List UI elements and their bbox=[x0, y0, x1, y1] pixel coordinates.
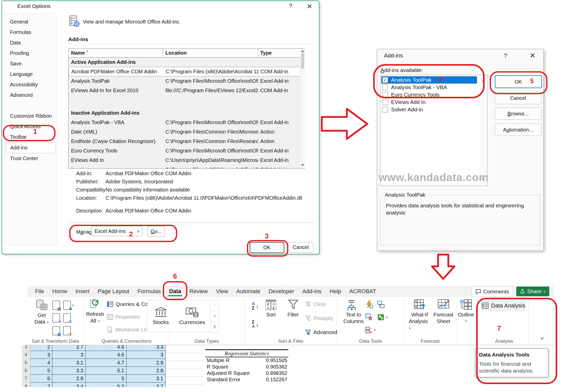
remove-duplicates-icon[interactable] bbox=[365, 313, 373, 321]
list-scrollbar[interactable] bbox=[480, 77, 486, 184]
row-number[interactable]: 5 bbox=[22, 359, 31, 367]
browse-button[interactable]: Browse... bbox=[495, 108, 541, 120]
cell[interactable]: 2 bbox=[31, 345, 52, 351]
cell[interactable]: 4 bbox=[31, 359, 52, 367]
flash-fill-icon[interactable] bbox=[365, 301, 373, 308]
ok-button[interactable]: OK bbox=[495, 75, 542, 88]
comments-button[interactable]: Comments bbox=[472, 287, 513, 297]
ribbon-tab[interactable]: Page Layout 6 bbox=[94, 286, 133, 297]
nav-item[interactable]: Language bbox=[5, 69, 56, 79]
cancel-button[interactable]: Cancel bbox=[495, 92, 541, 104]
table-scrollbar[interactable] bbox=[300, 49, 305, 168]
row-number[interactable]: 7 bbox=[22, 375, 31, 383]
table-row[interactable]: Acrobat PDFMaker Office COM Addin C:\Pro… bbox=[68, 67, 305, 76]
ribbon-tab[interactable]: File 6 bbox=[31, 286, 48, 297]
checkbox[interactable] bbox=[382, 107, 388, 112]
chevron-down-icon[interactable]: ˅ bbox=[137, 229, 140, 234]
addin-list-item[interactable]: ✓ Analysis ToolPak bbox=[381, 76, 477, 84]
gallery-down-icon[interactable]: ˅ bbox=[211, 311, 219, 322]
cell[interactable]: 2.8 bbox=[127, 367, 166, 375]
from-table-icon[interactable]: ◙˅ bbox=[63, 301, 74, 310]
ribbon-tab[interactable]: Help 6 bbox=[326, 286, 345, 297]
addin-list-item[interactable]: Euro Currency Tools bbox=[381, 91, 477, 98]
cell[interactable]: 2.7 bbox=[52, 345, 86, 351]
cell[interactable]: 3 bbox=[127, 351, 166, 359]
nav-item[interactable]: Save bbox=[5, 58, 56, 69]
stocks-item[interactable]: Stocks bbox=[153, 307, 169, 325]
ok-button[interactable]: OK bbox=[250, 242, 284, 253]
ribbon-tab[interactable]: View 6 bbox=[212, 286, 232, 297]
ribbon-tab[interactable]: ACROBAT 6 bbox=[345, 286, 380, 297]
cell[interactable]: 6 bbox=[31, 375, 52, 383]
cell[interactable]: 5 bbox=[31, 367, 52, 375]
column-type[interactable]: Type bbox=[258, 50, 298, 56]
column-location[interactable]: Location bbox=[163, 49, 258, 57]
refresh-all-button[interactable]: Refresh All ˅ bbox=[86, 299, 105, 325]
advanced-filter-item[interactable]: Advanced bbox=[305, 329, 337, 335]
sort-az-icon[interactable]: AZ ↓ bbox=[252, 302, 259, 310]
from-text-icon[interactable]: ▤ bbox=[52, 301, 60, 310]
cell[interactable]: 2.9 bbox=[127, 359, 166, 367]
table-row[interactable]: Active Application Add-ins bbox=[68, 57, 305, 67]
cell[interactable]: 5.2 bbox=[86, 383, 127, 387]
gallery-more-icon[interactable]: ⊻ bbox=[211, 322, 219, 332]
cell[interactable]: 3.3 bbox=[52, 367, 86, 375]
data-analysis-button[interactable]: Data Analysis bbox=[481, 300, 526, 311]
gallery-scrollbar[interactable]: ˆ ˅ ⊻ bbox=[211, 300, 219, 332]
addin-list-item[interactable]: Solver Add-in bbox=[381, 106, 477, 113]
scroll-up-icon[interactable] bbox=[482, 80, 485, 82]
cell[interactable]: 4.6 bbox=[86, 351, 127, 359]
cell[interactable]: 3.4 bbox=[52, 383, 86, 387]
nav-item[interactable]: Add-ins bbox=[6, 142, 55, 153]
what-if-analysis-button[interactable]: ? What-If Analysis ˅ bbox=[409, 299, 431, 332]
ribbon-tab[interactable]: Home 6 bbox=[48, 286, 71, 297]
nav-item[interactable] bbox=[5, 100, 56, 111]
cell[interactable]: 3.1 bbox=[52, 359, 86, 367]
help-icon[interactable]: ? bbox=[289, 3, 292, 10]
currencies-item[interactable]: Currencies bbox=[179, 307, 205, 325]
row-number[interactable]: 6 bbox=[22, 367, 31, 375]
relationships-icon[interactable]: ˅ bbox=[377, 313, 388, 321]
text-to-columns-button[interactable]: Text to Columns bbox=[344, 299, 363, 325]
checkbox[interactable] bbox=[382, 99, 388, 105]
cell[interactable]: 7 bbox=[31, 383, 52, 387]
nav-item[interactable]: Trust Center bbox=[5, 153, 56, 164]
cell[interactable]: 5.1 bbox=[86, 367, 127, 375]
close-icon[interactable]: ✕ bbox=[307, 3, 312, 10]
manage-dropdown[interactable]: Excel Add-ins bbox=[91, 226, 142, 236]
cell[interactable]: 2.9 bbox=[52, 375, 86, 383]
row-number[interactable]: 3 bbox=[22, 345, 31, 351]
get-data-button[interactable]: Get Data ˅ bbox=[33, 299, 50, 326]
checkbox[interactable]: ✓ bbox=[382, 77, 388, 83]
table-row[interactable]: Euro Currency Tools C:\Program Files\Mic… bbox=[68, 146, 305, 156]
addin-list-item[interactable]: Analysis ToolPak - VBA bbox=[381, 84, 477, 91]
cell[interactable]: 3.1 bbox=[127, 375, 166, 383]
nav-item[interactable]: Advanced bbox=[5, 90, 56, 100]
scroll-down-icon[interactable] bbox=[301, 164, 304, 166]
addin-list-item[interactable]: EViews Add In bbox=[381, 99, 477, 106]
table-row[interactable]: Inactive Application Add-ins bbox=[68, 108, 305, 118]
cell[interactable]: 5 bbox=[86, 375, 127, 383]
table-row[interactable]: EViews Add-In for Excel 2010 file:///C:/… bbox=[68, 86, 305, 95]
scroll-thumb[interactable] bbox=[301, 53, 304, 69]
scroll-up-icon[interactable] bbox=[301, 50, 304, 52]
cell[interactable]: 4.7 bbox=[86, 359, 127, 367]
sort-button[interactable]: Z A A Z Sort bbox=[263, 299, 279, 318]
table-row[interactable]: EndNote (Cwyw Citation Recognizer) C:\Pr… bbox=[68, 137, 305, 146]
cell[interactable]: 4.6 bbox=[86, 345, 127, 351]
help-icon[interactable]: ? bbox=[504, 52, 507, 60]
addins-table-header[interactable]: Name ˆ Location Type bbox=[68, 49, 305, 57]
gallery-up-icon[interactable]: ˆ bbox=[211, 300, 219, 311]
table-row[interactable]: Analysis ToolPak - VBA C:\Program Files\… bbox=[68, 118, 305, 127]
ribbon-tab[interactable]: Automate 6 bbox=[232, 286, 265, 297]
close-icon[interactable]: ✕ bbox=[530, 51, 535, 60]
row-number[interactable]: 4 bbox=[22, 351, 31, 359]
nav-item[interactable]: Proofing bbox=[5, 48, 56, 58]
ribbon-tab[interactable]: Formulas 6 bbox=[133, 286, 165, 297]
row-number[interactable]: 8 bbox=[22, 383, 31, 387]
sort-za-icon[interactable]: ZA ↓ bbox=[252, 320, 259, 329]
filter-button[interactable]: Filter bbox=[285, 299, 301, 318]
nav-item[interactable]: General bbox=[5, 17, 56, 27]
nav-item[interactable]: Formulas bbox=[5, 27, 56, 38]
outline-button[interactable]: Outline ˅ bbox=[458, 299, 474, 325]
